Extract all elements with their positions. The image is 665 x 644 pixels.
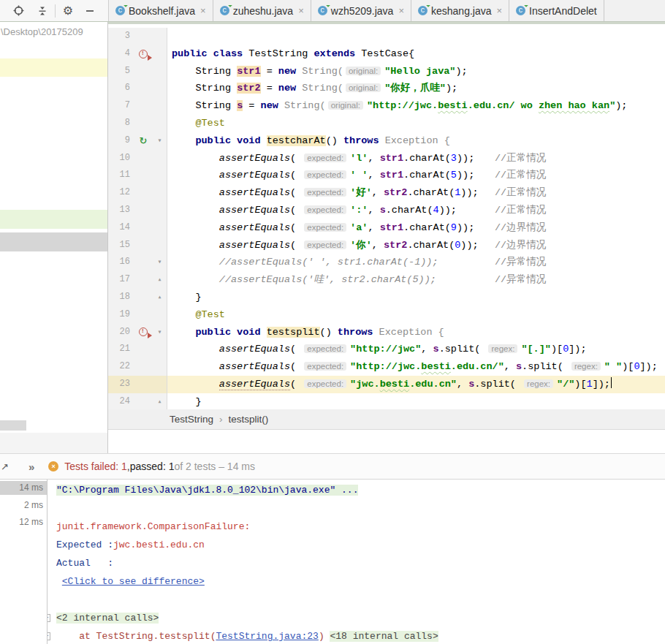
code-token: TestString — [248, 48, 314, 59]
code-text[interactable]: public class TestString extends TestCase… — [167, 45, 665, 63]
code-line: 18▴ } — [108, 289, 665, 306]
close-icon[interactable]: × — [200, 6, 206, 15]
code-line: 11 assertEquals( expected:' ', str1.char… — [108, 167, 665, 184]
code-text[interactable]: String str1 = new String(original:"Hello… — [167, 63, 665, 80]
code-token: = — [243, 100, 260, 111]
horizontal-scrollbar-thumb[interactable] — [0, 420, 26, 431]
code-text[interactable]: } — [167, 393, 665, 409]
code-token: } — [172, 292, 202, 303]
code-token: } — [172, 396, 202, 407]
code-text[interactable]: //assertEquals('哇', str2.charAt(5));//异常… — [167, 271, 665, 289]
fold-up-icon[interactable]: ▴ — [153, 393, 167, 409]
collapse-all-icon[interactable] — [34, 3, 50, 19]
code-token: ]); — [593, 379, 610, 390]
code-token: , — [504, 361, 516, 372]
code-line: 6 String str2 = new String(original:"你好，… — [108, 80, 665, 97]
editor-tab[interactable]: cBookshelf.java× — [109, 0, 213, 21]
test-passed-run-icon[interactable]: ↻ — [140, 137, 148, 145]
expand-icon[interactable]: ↗ — [1, 461, 9, 472]
code-text[interactable]: //assertEquals(' ', str1.charAt(-1));//异… — [167, 254, 665, 271]
project-path: \Desktop\20175209 — [0, 22, 107, 37]
code-token: throws — [338, 327, 379, 338]
code-text[interactable]: assertEquals( expected:'a', str1.charAt(… — [167, 219, 665, 237]
code-token: .edu.cn/" — [451, 361, 504, 372]
code-token: , — [372, 240, 384, 251]
code-text[interactable]: assertEquals( expected:' ', str1.charAt(… — [167, 167, 665, 184]
code-text[interactable]: assertEquals( expected:"http://jwc.besti… — [167, 358, 665, 376]
code-token: besti — [380, 379, 410, 390]
code-text[interactable]: assertEquals( expected:'好', str2.charAt(… — [167, 184, 665, 202]
code-token: .charAt( — [403, 153, 451, 164]
breadcrumb-method[interactable]: testsplit() — [229, 414, 269, 425]
test-console[interactable]: "C:\Program Files\Java\jdk1.8.0_102\bin\… — [48, 480, 665, 644]
fold-expand-icon[interactable]: + — [48, 632, 50, 640]
console-link[interactable]: TestString.java:23 — [216, 631, 318, 642]
code-token: @Test — [172, 118, 225, 129]
fold-down-icon[interactable]: ▾ — [153, 324, 167, 341]
code-token: , — [372, 187, 384, 198]
code-text[interactable]: @Test — [167, 115, 665, 132]
code-token: assertEquals — [219, 205, 290, 216]
code-text[interactable]: String s = new String(original:"http://j… — [167, 97, 665, 115]
code-text[interactable]: assertEquals( expected:"jwc.besti.edu.cn… — [167, 376, 665, 393]
code-text[interactable]: assertEquals( expected:"http://jwc", s.s… — [167, 341, 665, 358]
fold-expand-icon[interactable]: + — [48, 614, 50, 622]
gutter-icon-cell — [134, 115, 153, 132]
code-text[interactable]: assertEquals( expected:'你', str2.charAt(… — [167, 237, 665, 254]
fold-marker-cell — [153, 376, 167, 393]
code-token: ( — [290, 187, 302, 198]
test-duration[interactable]: 2 ms — [24, 500, 43, 510]
code-text[interactable]: String str2 = new String(original:"你好，爪哇… — [167, 80, 665, 97]
gear-icon[interactable]: ⚙ — [60, 3, 76, 19]
test-failed-run-icon[interactable] — [139, 50, 148, 58]
fold-up-icon[interactable]: ▴ — [153, 271, 167, 289]
close-icon[interactable]: × — [298, 6, 304, 15]
code-token: assertEquals — [219, 222, 290, 233]
code-editor[interactable]: 34public class TestString extends TestCa… — [108, 22, 665, 409]
overflow-chevrons-icon[interactable]: » — [28, 461, 34, 473]
code-text[interactable]: assertEquals( expected:'l', str1.charAt(… — [167, 150, 665, 167]
minimize-icon[interactable] — [82, 3, 98, 19]
code-token: 5 — [451, 170, 457, 181]
editor-tab[interactable]: cInsertAndDelet — [509, 0, 604, 21]
code-lines: 34public class TestString extends TestCa… — [108, 24, 665, 409]
code-token — [172, 274, 219, 285]
project-panel[interactable]: \Desktop\20175209 — [0, 22, 108, 433]
console-token: "C:\Program Files\Java\jdk1.8.0_102\bin\… — [56, 485, 358, 496]
code-token: .split( — [522, 361, 569, 372]
code-text[interactable]: public void testsplit() throws Exception… — [167, 324, 665, 341]
target-icon[interactable] — [10, 3, 26, 19]
code-text[interactable]: assertEquals( expected:':', s.charAt(4))… — [167, 202, 665, 219]
gutter-icon-cell — [134, 271, 153, 289]
code-token: 'l' — [350, 153, 368, 164]
editor-tab[interactable]: czuheshu.java× — [213, 0, 311, 21]
code-token: expected: — [304, 154, 346, 162]
editor-tab[interactable]: cwzh5209.java× — [311, 0, 411, 21]
editor-tab[interactable]: ckeshang.java× — [411, 0, 509, 21]
code-text[interactable] — [167, 28, 665, 45]
test-failed-run-icon[interactable] — [139, 327, 148, 336]
line-number: 9 — [108, 132, 134, 150]
code-token: assertEquals — [219, 361, 290, 372]
close-icon[interactable]: × — [398, 6, 404, 15]
test-duration[interactable]: 14 ms — [0, 481, 47, 495]
fold-down-icon[interactable]: ▾ — [153, 132, 167, 150]
console-token: Expected : — [56, 539, 113, 550]
code-text[interactable]: public void testcharAt() throws Exceptio… — [167, 132, 665, 150]
fold-down-icon[interactable]: ▾ — [153, 254, 167, 271]
breadcrumb-class[interactable]: TestString — [170, 414, 213, 425]
java-class-icon: c — [418, 6, 428, 15]
console-line: + at TestString.testsplit(TestString.jav… — [48, 627, 665, 644]
close-icon[interactable]: × — [497, 6, 503, 15]
console-link[interactable]: <Click to see difference> — [62, 576, 205, 587]
code-token: () — [326, 135, 343, 146]
code-token: new — [278, 66, 302, 77]
code-token: public void — [172, 327, 267, 338]
fold-up-icon[interactable]: ▴ — [153, 289, 167, 306]
code-text[interactable]: } — [167, 289, 665, 306]
status-failed-text: Tests failed: 1 — [64, 461, 127, 472]
test-duration[interactable]: 12 ms — [19, 517, 43, 527]
code-text[interactable]: @Test — [167, 306, 665, 324]
code-token — [172, 170, 219, 181]
gutter-icon-cell — [134, 376, 153, 393]
